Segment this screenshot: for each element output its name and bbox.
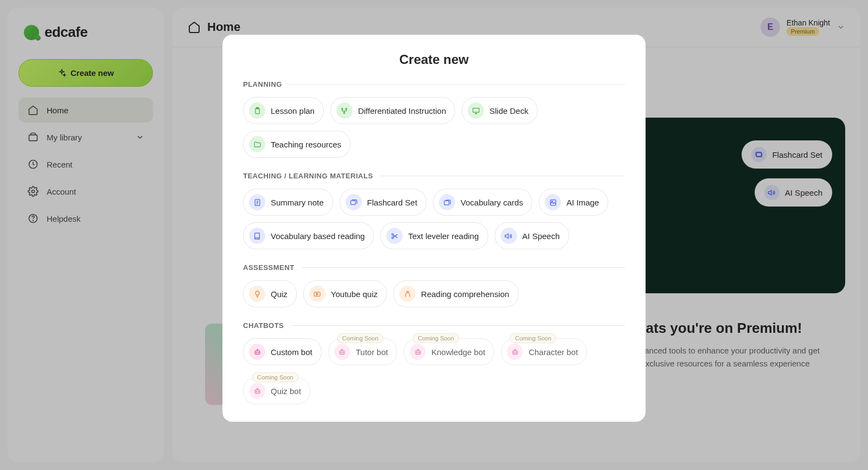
chip-text-leveler[interactable]: Text leveler reading — [380, 222, 488, 249]
chip-label: Summary note — [271, 198, 324, 207]
cards-stack-icon — [439, 194, 455, 210]
lightbulb-icon — [249, 286, 265, 302]
svg-point-18 — [392, 237, 393, 239]
coming-soon-badge: Coming Soon — [337, 333, 384, 343]
notes-icon — [249, 194, 265, 210]
chip-label: Vocabulary cards — [461, 198, 523, 207]
divider — [380, 176, 625, 176]
chip-reading-comprehension[interactable]: Reading comprehension — [393, 280, 519, 307]
svg-rect-15 — [550, 199, 556, 205]
modal-title: Create new — [243, 52, 625, 67]
chip-label: Teaching resources — [271, 140, 341, 149]
chip-label: Custom bot — [271, 347, 312, 357]
coming-soon-badge: Coming Soon — [252, 372, 298, 382]
divider — [289, 84, 625, 85]
chip-lesson-plan[interactable]: Lesson plan — [243, 97, 324, 124]
robot-icon — [249, 344, 265, 360]
robot-icon — [334, 344, 350, 360]
person-book-icon — [399, 286, 416, 302]
section-title: TEACHING / LEARNING MATERIALS — [243, 172, 373, 180]
cards-icon — [346, 194, 362, 210]
chip-label: Tutor bot — [356, 347, 388, 357]
clipboard-icon — [249, 102, 265, 119]
svg-point-10 — [344, 112, 346, 114]
chip-label: Text leveler reading — [408, 231, 478, 241]
svg-point-34 — [256, 391, 257, 391]
svg-point-28 — [417, 352, 417, 352]
chip-ai-image[interactable]: AI Image — [539, 189, 608, 216]
svg-point-35 — [258, 391, 258, 391]
divider — [290, 325, 625, 326]
section-title: CHATBOTS — [243, 321, 284, 330]
chip-tutor-bot: Coming Soon Tutor bot — [328, 338, 397, 365]
robot-icon — [507, 344, 523, 360]
modal-overlay[interactable]: Create new PLANNING Lesson plan Differen… — [0, 0, 868, 470]
svg-point-32 — [516, 352, 516, 352]
create-new-modal: Create new PLANNING Lesson plan Differen… — [222, 35, 646, 422]
chip-slide-deck[interactable]: Slide Deck — [462, 97, 538, 124]
youtube-icon — [309, 286, 326, 302]
section-title: ASSESSMENT — [243, 263, 295, 272]
svg-point-9 — [346, 108, 347, 110]
chip-teaching-resources[interactable]: Teaching resources — [243, 131, 350, 158]
chip-quiz-bot: Coming Soon Quiz bot — [243, 377, 310, 404]
svg-rect-13 — [351, 200, 356, 204]
section-assessment: ASSESSMENT Quiz Youtube quiz Reading com… — [243, 263, 625, 307]
coming-soon-badge: Coming Soon — [413, 333, 459, 343]
image-icon — [545, 194, 561, 210]
svg-point-25 — [341, 352, 341, 352]
branches-icon — [336, 102, 353, 119]
svg-point-29 — [418, 352, 419, 352]
chip-label: AI Image — [566, 198, 599, 207]
chip-differentiated-instruction[interactable]: Differentiated Instruction — [330, 97, 455, 124]
chip-label: Reading comprehension — [421, 289, 509, 299]
speaker-icon — [501, 228, 517, 244]
robot-icon — [249, 383, 265, 399]
presentation-icon — [468, 102, 484, 119]
chip-label: Character bot — [528, 347, 578, 357]
chip-label: Vocabulary based reading — [271, 231, 365, 241]
chip-label: Lesson plan — [271, 106, 315, 115]
divider — [301, 267, 625, 268]
svg-point-31 — [514, 352, 514, 352]
chip-flashcard-set[interactable]: Flashcard Set — [340, 189, 427, 216]
svg-rect-11 — [473, 108, 479, 112]
chip-label: Slide Deck — [489, 106, 528, 115]
chip-knowledge-bot: Coming Soon Knowledge bot — [404, 338, 494, 365]
chip-label: Differentiated Instruction — [358, 106, 446, 115]
section-teaching: TEACHING / LEARNING MATERIALS Summary no… — [243, 172, 625, 249]
chip-label: Quiz bot — [271, 387, 301, 396]
chip-label: Youtube quiz — [331, 289, 378, 299]
chip-custom-bot[interactable]: Custom bot — [243, 338, 322, 365]
chip-vocabulary-cards[interactable]: Vocabulary cards — [433, 189, 532, 216]
book-icon — [249, 228, 265, 244]
svg-point-17 — [392, 233, 393, 235]
section-title: PLANNING — [243, 80, 282, 88]
svg-point-26 — [343, 352, 343, 352]
scissors-icon — [386, 228, 403, 244]
section-planning: PLANNING Lesson plan Differentiated Inst… — [243, 80, 625, 158]
svg-rect-14 — [444, 201, 449, 205]
coming-soon-badge: Coming Soon — [510, 333, 556, 343]
chip-youtube-quiz[interactable]: Youtube quiz — [303, 280, 387, 307]
chip-quiz[interactable]: Quiz — [243, 280, 297, 307]
svg-point-23 — [258, 352, 258, 352]
folder-icon — [249, 136, 265, 152]
svg-point-8 — [342, 108, 343, 110]
chip-character-bot: Coming Soon Character bot — [501, 338, 587, 365]
chip-label: Knowledge bot — [431, 347, 485, 357]
robot-icon — [410, 344, 426, 360]
chip-summary-note[interactable]: Summary note — [243, 189, 333, 216]
chip-label: AI Speech — [522, 231, 560, 241]
svg-point-22 — [256, 352, 257, 352]
chip-ai-speech[interactable]: AI Speech — [495, 222, 569, 249]
chip-label: Flashcard Set — [367, 198, 418, 207]
chip-label: Quiz — [271, 289, 288, 299]
section-chatbots: CHATBOTS Custom bot Coming Soon Tutor bo… — [243, 321, 625, 404]
chip-vocab-reading[interactable]: Vocabulary based reading — [243, 222, 374, 249]
